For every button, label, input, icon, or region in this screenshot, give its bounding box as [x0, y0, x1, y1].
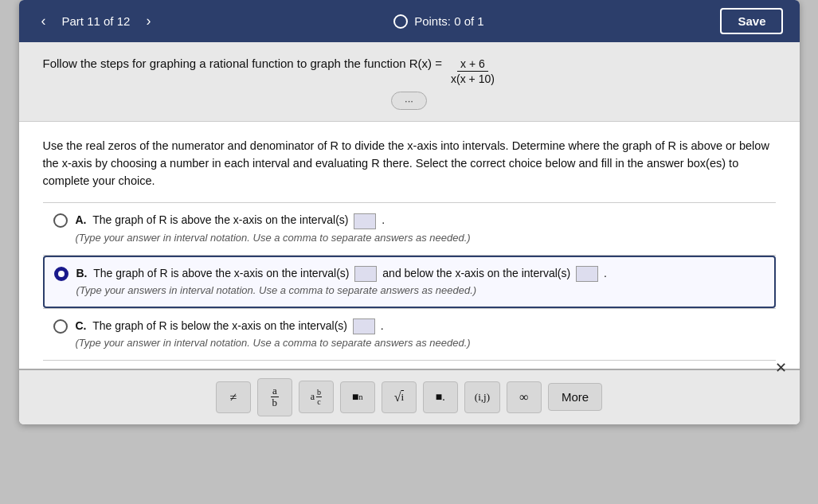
more-button[interactable]: More: [548, 383, 602, 411]
math-toolbar: ≠ a b a b c ■n √i ■. (i,j) ∞ More: [19, 369, 800, 424]
choice-c-text-after: .: [381, 319, 384, 332]
radio-a[interactable]: [53, 213, 68, 228]
save-button[interactable]: Save: [720, 8, 783, 34]
interval-button[interactable]: (i,j): [464, 381, 500, 413]
function-area: Follow the steps for graphing a rational…: [19, 42, 800, 122]
neq-button[interactable]: ≠: [216, 381, 251, 413]
close-icon[interactable]: ✕: [775, 359, 787, 377]
choice-c-text-before: The graph of R is below the x-axis on th…: [92, 319, 347, 332]
divider-end: [43, 360, 776, 361]
points-label: Points: 0 of 1: [414, 14, 484, 28]
choice-a-label: A.: [76, 213, 87, 226]
radio-b[interactable]: [54, 267, 68, 281]
radio-c[interactable]: [53, 319, 68, 334]
prev-button[interactable]: ‹: [35, 10, 53, 33]
choice-b-answer-box-2[interactable]: [576, 266, 598, 282]
choice-c-answer-box[interactable]: [353, 318, 375, 334]
function-display: Follow the steps for graphing a rational…: [43, 57, 776, 85]
choice-a-answer-box[interactable]: [354, 213, 376, 229]
choice-b-text-middle: and below the x-axis on the interval(s): [382, 267, 570, 279]
choice-b: B. The graph of R is above the x-axis on…: [43, 256, 776, 308]
decimal-button[interactable]: ■.: [423, 381, 458, 413]
choice-a-hint: (Type your answer in interval notation. …: [76, 232, 471, 244]
points-section: Points: 0 of 1: [393, 14, 484, 29]
choice-c-label: C.: [76, 319, 87, 332]
choice-b-answer-box-1[interactable]: [354, 266, 377, 282]
fraction-button[interactable]: a b: [257, 378, 292, 416]
infinity-button[interactable]: ∞: [507, 381, 542, 413]
ellipsis-container: ···: [43, 92, 776, 110]
choice-c: C. The graph of R is below the x-axis on…: [43, 309, 776, 360]
instruction-text: Use the real zeros of the numerator and …: [43, 138, 776, 189]
main-panel: ‹ Part 11 of 12 › Points: 0 of 1 Save Fo…: [19, 0, 800, 424]
choice-b-hint: (Type your answers in interval notation.…: [76, 284, 477, 296]
mixed-fraction-button[interactable]: a b c: [299, 381, 334, 413]
header-nav: ‹ Part 11 of 12 ›: [35, 10, 158, 33]
choice-c-content: C. The graph of R is below the x-axis on…: [76, 318, 471, 351]
rational-function: x + 6 x(x + 10): [448, 57, 498, 85]
choice-a-text-before: The graph of R is above the x-axis on th…: [92, 213, 348, 226]
next-button[interactable]: ›: [139, 10, 157, 33]
choice-c-hint: (Type your answer in interval notation. …: [76, 337, 471, 349]
header: ‹ Part 11 of 12 › Points: 0 of 1 Save: [19, 0, 800, 42]
fraction-denominator: x(x + 10): [448, 72, 498, 85]
choice-b-text-before: The graph of R is above the x-axis on th…: [93, 267, 349, 279]
choice-a-content: A. The graph of R is above the x-axis on…: [76, 212, 471, 245]
choice-b-label: B.: [76, 267, 88, 279]
superscript-button[interactable]: ■n: [340, 381, 375, 413]
part-label: Part 11 of 12: [62, 14, 131, 28]
sqrt-button[interactable]: √i: [382, 381, 417, 413]
choice-b-text-after: .: [604, 267, 607, 279]
choice-a: A. The graph of R is above the x-axis on…: [43, 203, 776, 254]
choice-a-text-after: .: [382, 213, 385, 226]
choice-b-content: B. The graph of R is above the x-axis on…: [76, 265, 607, 299]
fraction-numerator: x + 6: [457, 57, 488, 72]
function-prompt: Follow the steps for graphing a rational…: [43, 57, 443, 70]
ellipsis-button[interactable]: ···: [391, 92, 427, 110]
points-circle-icon: [393, 14, 408, 29]
content-area: Use the real zeros of the numerator and …: [19, 122, 800, 369]
outer-container: ‹ Part 11 of 12 › Points: 0 of 1 Save Fo…: [0, 0, 818, 504]
